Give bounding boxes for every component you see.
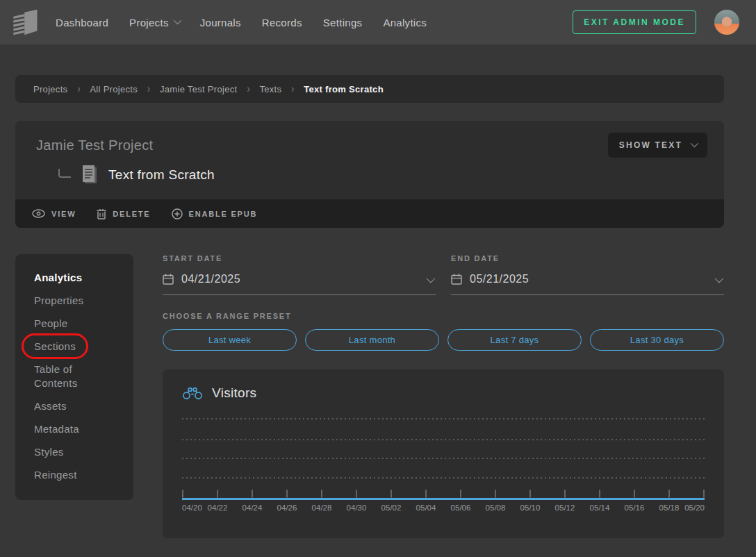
book-logo-icon [11,8,39,37]
svg-text:05/18: 05/18 [659,504,680,512]
user-avatar[interactable] [714,10,739,35]
delete-button[interactable]: DELETE [97,208,150,219]
breadcrumb-separator-icon: › [77,83,80,95]
nav-settings[interactable]: Settings [323,17,363,28]
analytics-panel: START DATE 04/21/2025 END DATE [163,254,724,538]
settings-sidebar: Analytics Properties People Sections Tab… [15,254,133,500]
svg-text:05/12: 05/12 [555,504,575,512]
text-title: Text from Scratch [108,167,215,183]
tree-elbow-icon [58,169,71,178]
nav-records[interactable]: Records [262,17,302,28]
text-action-bar: VIEW DELETE ENABLE EPUB [15,199,724,228]
start-date-field[interactable]: 04/21/2025 [163,273,436,295]
chevron-down-icon [715,274,724,283]
svg-text:05/08: 05/08 [486,504,506,512]
exit-admin-mode-button[interactable]: EXIT ADMIN MODE [573,10,696,34]
chevron-down-icon [427,274,436,283]
view-button[interactable]: VIEW [32,209,76,218]
sidebar-item-metadata[interactable]: Metadata [34,422,98,436]
chevron-down-icon [173,16,181,24]
breadcrumb-current: Text from Scratch [304,84,384,94]
svg-text:05/06: 05/06 [451,504,471,512]
end-date-value: 05/21/2025 [470,273,707,285]
svg-text:04/26: 04/26 [277,504,297,512]
project-header-card: Jamie Test Project Text from Scratch SHO… [15,121,724,228]
app-logo[interactable] [11,8,39,37]
breadcrumb-texts[interactable]: Texts [259,84,281,94]
visitors-chart-wrap: 04/2004/2204/2404/2604/2804/3005/0205/04… [182,413,705,519]
sidebar-item-table-of-contents[interactable]: Table of Contents [34,363,98,390]
svg-text:05/14: 05/14 [590,504,610,512]
breadcrumb-all-projects[interactable]: All Projects [90,84,138,94]
calendar-icon [451,274,462,285]
svg-text:04/22: 04/22 [208,504,228,512]
visitors-line-chart: 04/2004/2204/2404/2604/2804/3005/0205/04… [182,413,705,517]
preset-last-7-days-button[interactable]: Last 7 days [447,329,582,351]
preset-last-30-days-button[interactable]: Last 30 days [590,329,724,351]
top-navbar: Dashboard Projects Journals Records Sett… [0,0,756,44]
eye-icon [32,209,45,218]
content-row: Analytics Properties People Sections Tab… [15,254,724,538]
svg-text:04/24: 04/24 [243,504,263,512]
visitors-title: Visitors [212,385,256,401]
start-date-group: START DATE 04/21/2025 [163,254,436,295]
enable-epub-button[interactable]: ENABLE EPUB [172,208,258,219]
sidebar-item-styles[interactable]: Styles [34,445,98,459]
breadcrumb-separator-icon: › [291,83,294,95]
date-range-row: START DATE 04/21/2025 END DATE [163,254,724,295]
svg-text:05/04: 05/04 [416,504,436,512]
start-date-label: START DATE [163,254,436,263]
breadcrumb-projects[interactable]: Projects [33,84,67,94]
end-date-field[interactable]: 05/21/2025 [451,273,724,295]
show-text-button[interactable]: SHOW TEXT [608,133,707,158]
svg-text:04/28: 04/28 [312,504,332,512]
svg-text:04/20: 04/20 [182,504,202,512]
plus-circle-icon [172,208,183,219]
breadcrumb-separator-icon: › [247,83,249,95]
svg-text:04/30: 04/30 [347,504,367,512]
svg-text:05/16: 05/16 [625,504,645,512]
visitors-header: Visitors [182,385,705,401]
chevron-down-icon [691,139,698,147]
sidebar-item-reingest[interactable]: Reingest [34,468,98,482]
main-nav: Dashboard Projects Journals Records Sett… [56,17,573,28]
svg-text:05/20: 05/20 [684,504,705,512]
trash-icon [97,208,106,219]
svg-text:05/02: 05/02 [381,504,402,512]
sidebar-item-assets[interactable]: Assets [34,399,98,413]
nav-analytics[interactable]: Analytics [383,17,427,28]
nav-dashboard[interactable]: Dashboard [56,17,108,28]
svg-text:05/10: 05/10 [520,504,541,512]
breadcrumb-jamie-test-project[interactable]: Jamie Test Project [160,84,237,94]
project-head: Jamie Test Project Text from Scratch SHO… [15,121,724,199]
nav-journals[interactable]: Journals [200,17,241,28]
calendar-icon [163,274,174,285]
start-date-value: 04/21/2025 [181,273,419,285]
sidebar-item-people[interactable]: People [34,317,98,331]
breadcrumb-separator-icon: › [147,83,150,95]
sidebar-item-properties[interactable]: Properties [34,294,98,308]
end-date-label: END DATE [451,254,724,263]
preset-last-week-button[interactable]: Last week [163,329,297,351]
range-preset-row: Last week Last month Last 7 days Last 30… [163,329,724,351]
preset-last-month-button[interactable]: Last month [305,329,439,351]
range-preset-label: CHOOSE A RANGE PRESET [163,312,724,320]
end-date-group: END DATE 05/21/2025 [451,254,724,295]
visitors-chart-card: Visitors 04/2004/2204/2404/2604/2804/300… [163,369,724,538]
document-icon [81,165,99,185]
sidebar-item-sections[interactable]: Sections [34,340,98,354]
sidebar-item-analytics[interactable]: Analytics [34,271,98,285]
breadcrumb: Projects › All Projects › Jamie Test Pro… [15,75,724,103]
binoculars-icon [182,386,203,400]
nav-projects[interactable]: Projects [129,17,179,28]
text-row: Text from Scratch [58,165,710,185]
